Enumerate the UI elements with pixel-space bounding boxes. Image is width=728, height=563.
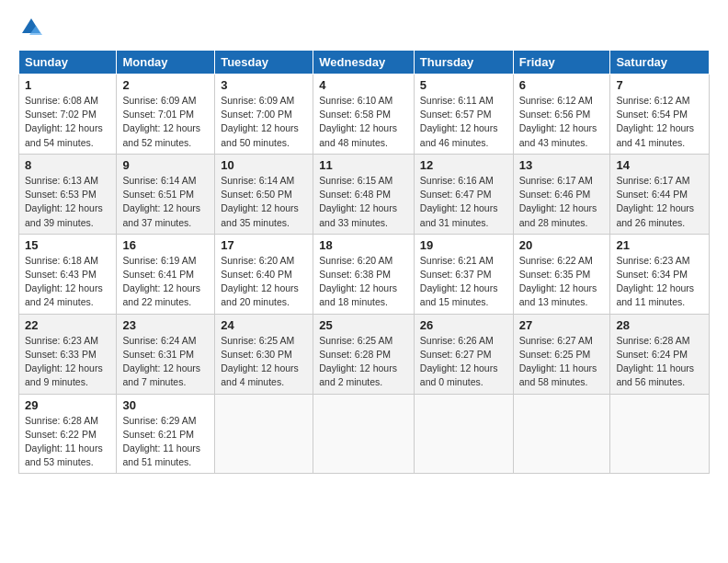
day-info: Sunrise: 6:15 AM Sunset: 6:48 PM Dayligh… xyxy=(319,174,408,230)
day-number: 14 xyxy=(616,158,703,172)
day-info: Sunrise: 6:20 AM Sunset: 6:40 PM Dayligh… xyxy=(221,254,307,310)
day-number: 15 xyxy=(25,238,110,252)
calendar-cell: 16Sunrise: 6:19 AM Sunset: 6:41 PM Dayli… xyxy=(117,234,215,314)
calendar-cell: 23Sunrise: 6:24 AM Sunset: 6:31 PM Dayli… xyxy=(117,314,215,394)
weekday-header-friday: Friday xyxy=(513,51,610,75)
day-info: Sunrise: 6:23 AM Sunset: 6:33 PM Dayligh… xyxy=(25,334,110,390)
day-number: 1 xyxy=(25,78,110,92)
calendar-cell xyxy=(313,394,415,474)
day-info: Sunrise: 6:10 AM Sunset: 6:58 PM Dayligh… xyxy=(319,94,408,150)
calendar-cell xyxy=(513,394,610,474)
calendar-cell: 4Sunrise: 6:10 AM Sunset: 6:58 PM Daylig… xyxy=(313,75,415,155)
calendar-cell: 12Sunrise: 6:16 AM Sunset: 6:47 PM Dayli… xyxy=(414,154,513,234)
day-number: 4 xyxy=(319,78,408,92)
day-number: 21 xyxy=(616,238,703,252)
day-number: 12 xyxy=(420,158,507,172)
weekday-header-thursday: Thursday xyxy=(414,51,513,75)
calendar-cell: 6Sunrise: 6:12 AM Sunset: 6:56 PM Daylig… xyxy=(513,75,610,155)
day-number: 29 xyxy=(25,398,110,412)
day-number: 10 xyxy=(221,158,307,172)
day-info: Sunrise: 6:18 AM Sunset: 6:43 PM Dayligh… xyxy=(25,254,110,310)
day-info: Sunrise: 6:09 AM Sunset: 7:00 PM Dayligh… xyxy=(221,94,307,150)
calendar-cell: 5Sunrise: 6:11 AM Sunset: 6:57 PM Daylig… xyxy=(414,75,513,155)
weekday-header-row: SundayMondayTuesdayWednesdayThursdayFrid… xyxy=(19,51,710,75)
calendar-cell: 9Sunrise: 6:14 AM Sunset: 6:51 PM Daylig… xyxy=(117,154,215,234)
day-info: Sunrise: 6:29 AM Sunset: 6:21 PM Dayligh… xyxy=(122,414,209,470)
day-number: 7 xyxy=(616,78,703,92)
calendar-week-5: 29Sunrise: 6:28 AM Sunset: 6:22 PM Dayli… xyxy=(19,394,710,474)
header xyxy=(18,15,710,40)
calendar-cell: 30Sunrise: 6:29 AM Sunset: 6:21 PM Dayli… xyxy=(117,394,215,474)
day-info: Sunrise: 6:22 AM Sunset: 6:35 PM Dayligh… xyxy=(519,254,605,310)
day-number: 9 xyxy=(122,158,209,172)
calendar-cell: 2Sunrise: 6:09 AM Sunset: 7:01 PM Daylig… xyxy=(117,75,215,155)
calendar-cell: 1Sunrise: 6:08 AM Sunset: 7:02 PM Daylig… xyxy=(19,75,117,155)
day-number: 2 xyxy=(122,78,209,92)
day-info: Sunrise: 6:09 AM Sunset: 7:01 PM Dayligh… xyxy=(122,94,209,150)
calendar-cell: 19Sunrise: 6:21 AM Sunset: 6:37 PM Dayli… xyxy=(414,234,513,314)
day-number: 25 xyxy=(319,318,408,332)
calendar-cell: 26Sunrise: 6:26 AM Sunset: 6:27 PM Dayli… xyxy=(414,314,513,394)
calendar-cell: 13Sunrise: 6:17 AM Sunset: 6:46 PM Dayli… xyxy=(513,154,610,234)
day-info: Sunrise: 6:12 AM Sunset: 6:56 PM Dayligh… xyxy=(519,94,605,150)
day-info: Sunrise: 6:16 AM Sunset: 6:47 PM Dayligh… xyxy=(420,174,507,230)
calendar-cell: 15Sunrise: 6:18 AM Sunset: 6:43 PM Dayli… xyxy=(19,234,117,314)
day-info: Sunrise: 6:19 AM Sunset: 6:41 PM Dayligh… xyxy=(122,254,209,310)
day-number: 18 xyxy=(319,238,408,252)
day-number: 11 xyxy=(319,158,408,172)
weekday-header-monday: Monday xyxy=(117,51,215,75)
day-info: Sunrise: 6:27 AM Sunset: 6:25 PM Dayligh… xyxy=(519,334,605,390)
day-number: 5 xyxy=(420,78,507,92)
calendar-cell: 27Sunrise: 6:27 AM Sunset: 6:25 PM Dayli… xyxy=(513,314,610,394)
calendar-cell: 18Sunrise: 6:20 AM Sunset: 6:38 PM Dayli… xyxy=(313,234,415,314)
day-info: Sunrise: 6:17 AM Sunset: 6:46 PM Dayligh… xyxy=(519,174,605,230)
calendar-cell xyxy=(215,394,313,474)
day-info: Sunrise: 6:08 AM Sunset: 7:02 PM Dayligh… xyxy=(25,94,110,150)
weekday-header-sunday: Sunday xyxy=(19,51,117,75)
day-number: 13 xyxy=(519,158,605,172)
weekday-header-wednesday: Wednesday xyxy=(313,51,415,75)
day-info: Sunrise: 6:17 AM Sunset: 6:44 PM Dayligh… xyxy=(616,174,703,230)
calendar-cell: 20Sunrise: 6:22 AM Sunset: 6:35 PM Dayli… xyxy=(513,234,610,314)
calendar-week-1: 1Sunrise: 6:08 AM Sunset: 7:02 PM Daylig… xyxy=(19,75,710,155)
day-number: 3 xyxy=(221,78,307,92)
day-number: 23 xyxy=(122,318,209,332)
day-number: 30 xyxy=(122,398,209,412)
calendar-cell: 11Sunrise: 6:15 AM Sunset: 6:48 PM Dayli… xyxy=(313,154,415,234)
day-number: 19 xyxy=(420,238,507,252)
calendar-cell: 29Sunrise: 6:28 AM Sunset: 6:22 PM Dayli… xyxy=(19,394,117,474)
day-number: 24 xyxy=(221,318,307,332)
day-info: Sunrise: 6:28 AM Sunset: 6:24 PM Dayligh… xyxy=(616,334,703,390)
calendar-cell: 22Sunrise: 6:23 AM Sunset: 6:33 PM Dayli… xyxy=(19,314,117,394)
calendar-cell: 17Sunrise: 6:20 AM Sunset: 6:40 PM Dayli… xyxy=(215,234,313,314)
day-info: Sunrise: 6:24 AM Sunset: 6:31 PM Dayligh… xyxy=(122,334,209,390)
day-info: Sunrise: 6:21 AM Sunset: 6:37 PM Dayligh… xyxy=(420,254,507,310)
day-number: 28 xyxy=(616,318,703,332)
weekday-header-saturday: Saturday xyxy=(610,51,710,75)
day-info: Sunrise: 6:14 AM Sunset: 6:50 PM Dayligh… xyxy=(221,174,307,230)
day-info: Sunrise: 6:11 AM Sunset: 6:57 PM Dayligh… xyxy=(420,94,507,150)
calendar-cell xyxy=(414,394,513,474)
calendar-cell: 21Sunrise: 6:23 AM Sunset: 6:34 PM Dayli… xyxy=(610,234,710,314)
day-info: Sunrise: 6:13 AM Sunset: 6:53 PM Dayligh… xyxy=(25,174,110,230)
calendar-cell: 7Sunrise: 6:12 AM Sunset: 6:54 PM Daylig… xyxy=(610,75,710,155)
day-info: Sunrise: 6:28 AM Sunset: 6:22 PM Dayligh… xyxy=(25,414,110,470)
calendar-cell: 8Sunrise: 6:13 AM Sunset: 6:53 PM Daylig… xyxy=(19,154,117,234)
calendar-week-3: 15Sunrise: 6:18 AM Sunset: 6:43 PM Dayli… xyxy=(19,234,710,314)
day-info: Sunrise: 6:20 AM Sunset: 6:38 PM Dayligh… xyxy=(319,254,408,310)
day-number: 20 xyxy=(519,238,605,252)
calendar-cell: 24Sunrise: 6:25 AM Sunset: 6:30 PM Dayli… xyxy=(215,314,313,394)
calendar-week-2: 8Sunrise: 6:13 AM Sunset: 6:53 PM Daylig… xyxy=(19,154,710,234)
day-number: 22 xyxy=(25,318,110,332)
calendar-week-4: 22Sunrise: 6:23 AM Sunset: 6:33 PM Dayli… xyxy=(19,314,710,394)
day-info: Sunrise: 6:25 AM Sunset: 6:28 PM Dayligh… xyxy=(319,334,408,390)
weekday-header-tuesday: Tuesday xyxy=(215,51,313,75)
day-info: Sunrise: 6:25 AM Sunset: 6:30 PM Dayligh… xyxy=(221,334,307,390)
day-info: Sunrise: 6:14 AM Sunset: 6:51 PM Dayligh… xyxy=(122,174,209,230)
day-info: Sunrise: 6:12 AM Sunset: 6:54 PM Dayligh… xyxy=(616,94,703,150)
calendar-cell xyxy=(610,394,710,474)
logo xyxy=(18,15,48,40)
calendar-cell: 25Sunrise: 6:25 AM Sunset: 6:28 PM Dayli… xyxy=(313,314,415,394)
calendar-cell: 28Sunrise: 6:28 AM Sunset: 6:24 PM Dayli… xyxy=(610,314,710,394)
day-number: 16 xyxy=(122,238,209,252)
